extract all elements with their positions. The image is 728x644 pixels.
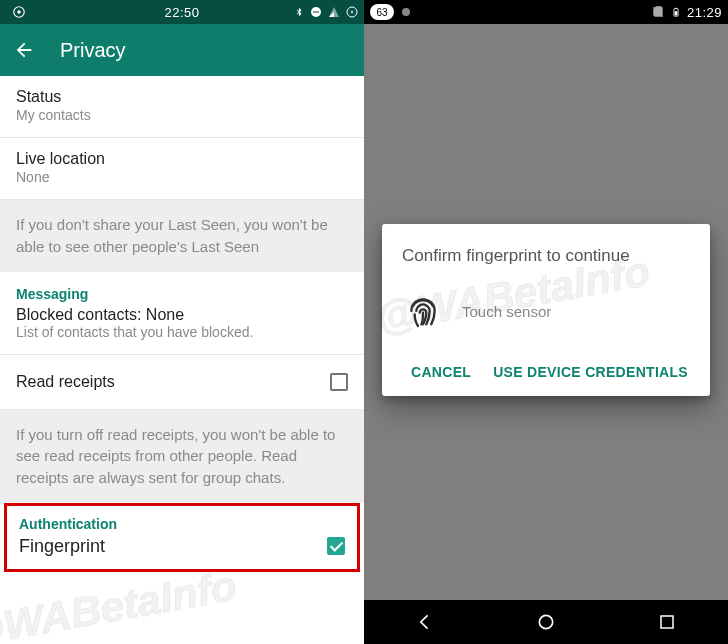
last-seen-note: If you don't share your Last Seen, you w… <box>0 200 364 272</box>
svg-rect-3 <box>313 12 319 13</box>
fingerprint-checkbox[interactable] <box>327 537 345 555</box>
notification-badge: 63 <box>370 4 394 20</box>
fingerprint-icon <box>402 290 444 332</box>
fingerprint-title: Fingerprint <box>19 536 327 557</box>
back-button[interactable] <box>12 38 36 62</box>
notification-dot-icon <box>400 6 412 18</box>
sensor-row: Touch sensor <box>402 290 690 332</box>
section-messaging-header: Messaging <box>0 272 364 304</box>
cancel-button[interactable]: CANCEL <box>409 358 473 386</box>
setting-status[interactable]: Status My contacts <box>0 76 364 138</box>
svg-rect-7 <box>675 8 677 9</box>
svg-point-1 <box>17 10 21 14</box>
battery-icon <box>671 5 681 19</box>
dialog-actions: CANCEL USE DEVICE CREDENTIALS <box>402 358 690 386</box>
svg-rect-8 <box>675 11 678 15</box>
app-bar: Privacy <box>0 24 364 76</box>
dialog-title: Confirm fingerprint to continue <box>402 246 690 266</box>
setting-blocked-contacts[interactable]: Blocked contacts: None List of contacts … <box>0 304 364 355</box>
read-receipts-title: Read receipts <box>16 373 330 391</box>
use-device-credentials-button[interactable]: USE DEVICE CREDENTIALS <box>491 358 690 386</box>
target-icon <box>12 5 26 19</box>
setting-live-location-title: Live location <box>16 150 348 168</box>
setting-authentication-highlight: Authentication Fingerprint <box>4 503 360 572</box>
status-bar: 63 21:29 <box>364 0 728 24</box>
blocked-subtitle: List of contacts that you have blocked. <box>16 324 348 340</box>
svg-point-5 <box>402 8 410 16</box>
screenshot-fingerprint-dialog: 63 21:29 Confirm fingerprint to continue <box>364 0 728 644</box>
svg-point-9 <box>539 615 552 628</box>
dnd-icon <box>310 6 322 18</box>
nav-back-button[interactable] <box>413 610 437 634</box>
status-bar: 22:50 <box>0 0 364 24</box>
battery-charging-icon <box>346 6 358 18</box>
signal-icon <box>328 6 340 18</box>
blocked-title: Blocked contacts: None <box>16 306 348 324</box>
setting-status-title: Status <box>16 88 348 106</box>
setting-fingerprint[interactable]: Fingerprint <box>19 536 345 557</box>
setting-status-value: My contacts <box>16 107 348 123</box>
no-sim-icon <box>651 5 665 19</box>
status-time: 22:50 <box>76 5 288 20</box>
page-title: Privacy <box>60 39 126 62</box>
setting-live-location[interactable]: Live location None <box>0 138 364 200</box>
fingerprint-dialog: Confirm fingerprint to continue Touch se… <box>382 224 710 396</box>
setting-live-location-value: None <box>16 169 348 185</box>
navigation-bar <box>364 600 728 644</box>
screenshot-privacy-settings: 22:50 Privacy Status My contacts Live lo… <box>0 0 364 644</box>
svg-rect-10 <box>661 616 673 628</box>
section-authentication-header: Authentication <box>19 516 345 532</box>
setting-read-receipts[interactable]: Read receipts <box>0 355 364 410</box>
dialog-hint: Touch sensor <box>462 303 551 320</box>
read-receipts-note: If you turn off read receipts, you won't… <box>0 410 364 503</box>
nav-home-button[interactable] <box>534 610 558 634</box>
nav-recents-button[interactable] <box>655 610 679 634</box>
status-time: 21:29 <box>687 5 722 20</box>
read-receipts-checkbox[interactable] <box>330 373 348 391</box>
bluetooth-icon <box>294 5 304 19</box>
